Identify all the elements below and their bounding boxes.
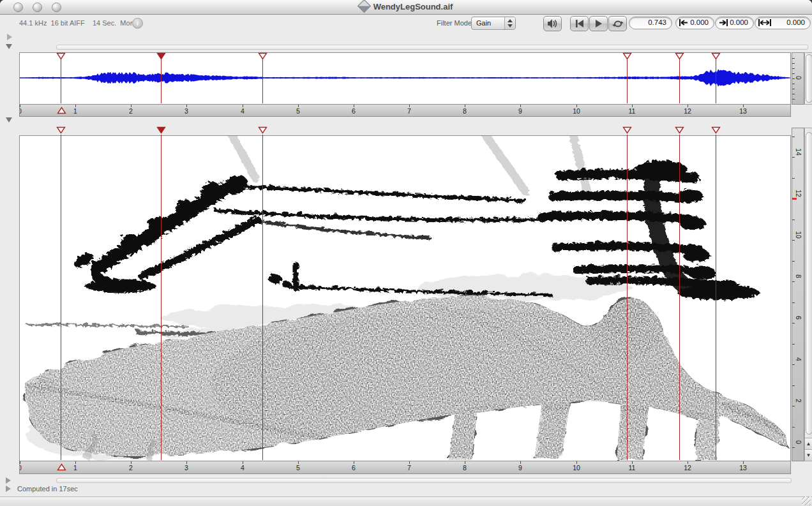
selection-start-field[interactable]: 0.000 [675, 17, 714, 29]
freq-tick [792, 406, 795, 406]
freq-tick [792, 344, 795, 345]
scroll-down-arrow-icon[interactable]: ▼ [805, 449, 812, 461]
loop-button[interactable] [608, 16, 627, 31]
window-bottom-bar [0, 496, 812, 506]
ruler-tick-label: 12 [681, 464, 694, 472]
ruler-tick-label: 1 [69, 464, 82, 472]
collapsed-pane-disclosure-icon[interactable] [7, 34, 12, 40]
freq-tick [792, 157, 795, 158]
freq-tick-label: 2 [795, 396, 802, 405]
waveform-pane-disclosure-icon[interactable] [6, 44, 12, 49]
ruler-tick-label: 3 [180, 464, 193, 472]
ruler-tick-label: 5 [292, 464, 304, 472]
amp-tick [792, 68, 795, 69]
speaker-icon [547, 19, 558, 28]
spectrogram-scrollbar-thumb[interactable] [806, 132, 812, 435]
ruler-tick-label: 10 [570, 107, 583, 115]
status-disclosure-icon[interactable] [6, 486, 11, 492]
amp-zero-label: 0 [795, 73, 802, 82]
freq-tick-label: 10 [795, 230, 802, 239]
spectrogram-panel[interactable] [19, 135, 791, 461]
ruler-tick-label: 4 [236, 464, 249, 472]
info-icon[interactable]: i [132, 18, 143, 29]
freq-tick-label: 4 [795, 355, 802, 364]
faint-streaks-group [230, 136, 585, 190]
filter-mode-popup[interactable]: Gain [471, 17, 516, 30]
amp-tick [792, 58, 795, 59]
collapsed-pane-strip [56, 45, 808, 50]
ruler-tick-label: 8 [458, 464, 471, 472]
filter-mode-value: Gain [476, 19, 491, 27]
playhead-ruler-handle-icon[interactable] [57, 107, 66, 114]
ruler-tick-label: 7 [403, 464, 416, 472]
toolbar: 44.1 kHz 16 bit AIFF 14 Sec. Mono i Filt… [0, 15, 812, 33]
sel-length-icon [758, 19, 771, 27]
selection-end-value: 0.000 [730, 19, 748, 26]
ruler-tick-label: 4 [236, 107, 249, 115]
marker-handle-icon[interactable] [675, 126, 684, 134]
playhead-time-value: 0.743 [648, 19, 666, 26]
freq-tick-label: 8 [795, 272, 802, 281]
loop-icon [612, 20, 624, 28]
spectrogram-pane-disclosure-icon[interactable] [6, 117, 12, 123]
scroll-up-arrow-icon[interactable]: ▲ [805, 438, 812, 449]
ruler-tick-label: 9 [514, 464, 527, 472]
selection-length-field[interactable]: 0.000 [755, 17, 811, 29]
freq-tick [792, 220, 795, 220]
spectrogram-scrollbar[interactable]: ▲ ▼ [804, 128, 812, 461]
file-info-text: 44.1 kHz 16 bit AIFF 14 Sec. Mono [19, 19, 138, 27]
selection-length-value: 0.000 [786, 19, 805, 26]
ruler-tick-label: 9 [514, 107, 527, 115]
playhead-handle-icon[interactable] [56, 126, 66, 134]
ruler-tick-label: 13 [737, 464, 749, 472]
resize-grip[interactable] [802, 496, 811, 505]
ruler-tick-label: 6 [347, 464, 360, 472]
playhead-time-field[interactable]: 0.743 [629, 17, 672, 29]
freq-tick-label: 0 [795, 438, 802, 447]
play-button[interactable] [589, 16, 608, 31]
freq-tick [792, 281, 795, 282]
freq-tick [792, 240, 795, 241]
ruler-tick-label: 8 [458, 107, 471, 115]
ruler-tick-label: 12 [681, 107, 694, 115]
freq-red-tick [792, 198, 797, 200]
status-text: Computed in 17sec [17, 485, 78, 493]
freq-tick-label: 14 [795, 147, 802, 156]
playhead-ruler-handle-icon[interactable] [57, 463, 66, 471]
bottom-pane-disclosure-icon[interactable] [6, 477, 11, 484]
selection-end-field[interactable]: 0.000 [715, 17, 754, 29]
window-title: WendyLegSound.aif [0, 0, 812, 14]
freq-tick [792, 261, 795, 262]
rewind-button[interactable] [570, 16, 589, 31]
waveform-time-ruler[interactable]: 012345678910111213 [19, 104, 791, 117]
waveform-scrollbar-thumb[interactable] [806, 54, 812, 103]
waveform-panel[interactable] [19, 52, 791, 105]
spectrogram-image [20, 136, 790, 461]
title-bar[interactable]: WendyLegSound.aif [0, 0, 812, 15]
amp-tick [792, 63, 795, 64]
volume-button[interactable] [543, 16, 562, 31]
ruler-tick-label: 0 [19, 107, 26, 115]
freq-tick-label: 12 [795, 189, 802, 198]
freq-tick [792, 137, 795, 137]
freq-tick [792, 323, 795, 324]
amp-tick [792, 89, 795, 89]
ruler-tick-label: 0 [19, 464, 26, 472]
ruler-tick-label: 5 [292, 107, 304, 115]
marker-handle-icon[interactable] [258, 126, 267, 134]
marker-handle-icon[interactable] [156, 126, 166, 134]
spectrogram-body-group [20, 273, 790, 461]
spectrogram-time-ruler[interactable]: 012345678910111213 [19, 461, 791, 474]
ruler-tick-label: 2 [124, 464, 137, 472]
marker-handle-icon[interactable] [711, 126, 721, 134]
marker-handle-icon[interactable] [622, 126, 632, 134]
selection-start-value: 0.000 [690, 19, 709, 26]
amp-tick [792, 84, 795, 84]
waveform-scrollbar[interactable] [804, 52, 812, 105]
app-window: WendyLegSound.aif 44.1 kHz 16 bit AIFF 1… [0, 0, 812, 506]
skip-to-start-icon [575, 20, 584, 27]
freq-tick [792, 385, 795, 386]
ruler-tick-label: 11 [626, 464, 638, 472]
ruler-tick-label: 7 [403, 107, 416, 115]
ruler-tick-label: 3 [180, 107, 193, 115]
